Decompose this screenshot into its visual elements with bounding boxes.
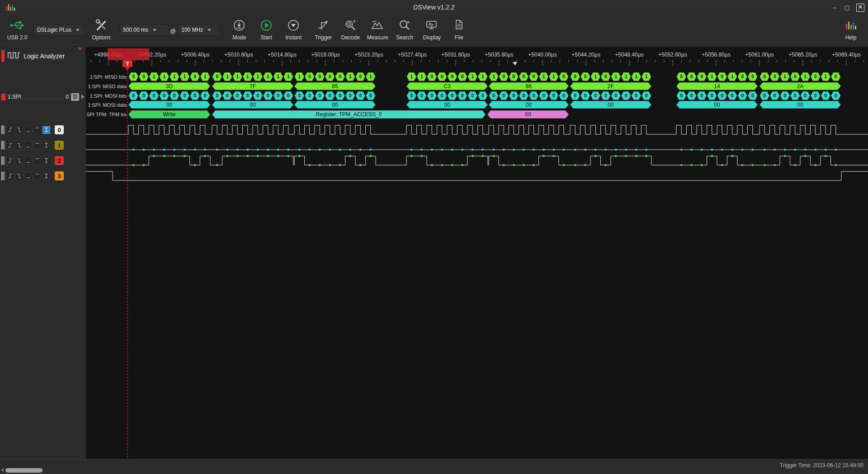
edge-trigger-icon[interactable] (42, 126, 50, 134)
device-select[interactable]: DSLogic PLus (33, 24, 84, 35)
decode-bit-value: 0 (236, 93, 239, 98)
expand-arrow-icon[interactable] (81, 95, 85, 99)
miso-sample-dot (369, 155, 372, 157)
start-label: Start (261, 34, 272, 41)
decoder-item-spi[interactable]: 1:SPI 0 D (1, 92, 85, 102)
high-level-trigger-icon[interactable] (33, 142, 41, 149)
channel-3-waveform (86, 171, 868, 180)
mosi-sample-dot (680, 149, 683, 151)
miso-sample-dot (563, 164, 565, 166)
mosi-sample-dot (794, 149, 796, 151)
channel-2-badge[interactable]: 2 (55, 156, 64, 165)
decode-mosi-data-value: 00 (797, 102, 803, 108)
decode-bit-value: 0 (410, 93, 413, 98)
mosi-sample-dot (731, 149, 733, 151)
edge-trigger-icon[interactable] (42, 142, 50, 149)
falling-edge-trigger-icon[interactable] (15, 142, 23, 149)
channel-drag-grip[interactable] (1, 156, 5, 165)
decoder-badge[interactable]: D (71, 93, 79, 101)
mosi-sample-dot (319, 149, 321, 151)
channel-drag-grip[interactable] (1, 125, 5, 134)
low-level-trigger-icon[interactable] (24, 172, 32, 180)
ruler-time-label: +5048.40µs (615, 52, 643, 58)
decode-bit-value: 0 (763, 93, 766, 98)
decode-bit-value: 0 (153, 93, 156, 98)
miso-sample-dot (257, 155, 259, 157)
channel-drag-grip[interactable] (1, 171, 5, 180)
miso-sample-dot (574, 164, 576, 166)
mosi-sample-dot (472, 149, 474, 151)
options-button[interactable]: Options (88, 17, 115, 41)
measure-button[interactable]: Measure (364, 17, 391, 41)
options-label: Options (92, 34, 110, 41)
rising-edge-trigger-icon[interactable] (6, 172, 14, 180)
high-level-trigger-icon[interactable] (33, 157, 41, 165)
decode-bit-value: 1 (542, 74, 545, 79)
maximize-button[interactable]: ▢ (844, 4, 851, 11)
mosi-sample-dot (359, 149, 362, 151)
scroll-left-arrow-icon[interactable] (1, 468, 4, 472)
miso-sample-dot (701, 164, 703, 166)
rising-edge-trigger-icon[interactable] (6, 126, 14, 134)
mosi-sample-dot (277, 149, 279, 151)
channel-1-badge[interactable]: 1 (55, 141, 64, 150)
ruler-time-label: +5069.40µs (832, 52, 860, 58)
decode-bit-value: 0 (700, 74, 703, 79)
falling-edge-trigger-icon[interactable] (15, 157, 23, 165)
decode-miso-data-value: C3 (443, 83, 451, 90)
channel-0-waveform (86, 125, 868, 134)
falling-edge-trigger-icon[interactable] (15, 172, 23, 180)
edge-trigger-icon[interactable] (42, 157, 50, 165)
miso-sample-dot (731, 155, 733, 157)
help-button[interactable]: Help (837, 17, 864, 41)
high-level-trigger-icon[interactable] (33, 172, 41, 180)
search-button[interactable]: Search (391, 17, 418, 41)
close-button[interactable]: ✕ (856, 4, 864, 12)
decode-button[interactable]: Decode (337, 17, 364, 41)
miso-sample-dot (329, 164, 331, 166)
mosi-sample-dot (204, 149, 206, 151)
dotted-leader (23, 98, 63, 99)
sample-rate-select[interactable]: 100 MHz (178, 24, 219, 35)
rising-edge-trigger-icon[interactable] (6, 157, 14, 165)
start-button[interactable]: Start (253, 17, 280, 41)
waveform-viewport[interactable]: +4998.00µs+5002.20µs+5006.40µs+5010.60µs… (86, 47, 868, 460)
minimize-button[interactable]: – (831, 4, 838, 11)
sample-rate-value: 100 MHz (181, 27, 203, 33)
decode-bit-value: 0 (329, 74, 331, 79)
decode-bit-value: 0 (584, 74, 587, 79)
decoder-color-box (1, 94, 5, 100)
tpm-annotation-label: Register: TPM_ACCESS_0 (316, 111, 382, 118)
instant-button[interactable]: Instant (280, 17, 307, 41)
channel-drag-grip[interactable] (1, 141, 5, 150)
falling-edge-trigger-icon[interactable] (15, 126, 23, 134)
low-level-trigger-icon[interactable] (24, 126, 32, 134)
sample-duration-select[interactable]: 500.00 ms (119, 24, 168, 35)
waveform-canvas[interactable]: +4998.00µs+5002.20µs+5006.40µs+5010.60µs… (86, 47, 868, 460)
horizontal-scrollbar-thumb[interactable] (5, 468, 42, 473)
decode-bit-value: 0 (604, 74, 607, 79)
view-position-marker[interactable] (513, 62, 517, 66)
decode-bit-value: 0 (584, 93, 587, 98)
trigger-button[interactable]: Trigger (310, 17, 337, 41)
mosi-sample-dot (420, 149, 423, 151)
miso-sample-dot (533, 164, 535, 166)
channel-3-badge[interactable]: 3 (55, 171, 64, 180)
high-level-trigger-icon[interactable] (33, 126, 41, 134)
low-level-trigger-icon[interactable] (24, 157, 32, 165)
decode-icon (344, 17, 357, 34)
display-label: Display (423, 34, 441, 41)
decode-bit-value: 1 (471, 74, 474, 79)
file-button[interactable]: File (445, 17, 472, 41)
channel-0-badge[interactable]: 0 (55, 125, 64, 134)
mode-button[interactable]: Mode (226, 17, 253, 41)
edge-trigger-icon[interactable] (42, 172, 50, 180)
display-button[interactable]: Display (418, 17, 445, 41)
decode-bit-value: 0 (690, 74, 693, 79)
mosi-sample-dot (308, 149, 311, 151)
mosi-sample-dot (625, 149, 627, 151)
mosi-sample-dot (764, 149, 766, 151)
decode-bit-value: 0 (359, 74, 362, 79)
low-level-trigger-icon[interactable] (24, 142, 32, 149)
rising-edge-trigger-icon[interactable] (6, 142, 14, 149)
